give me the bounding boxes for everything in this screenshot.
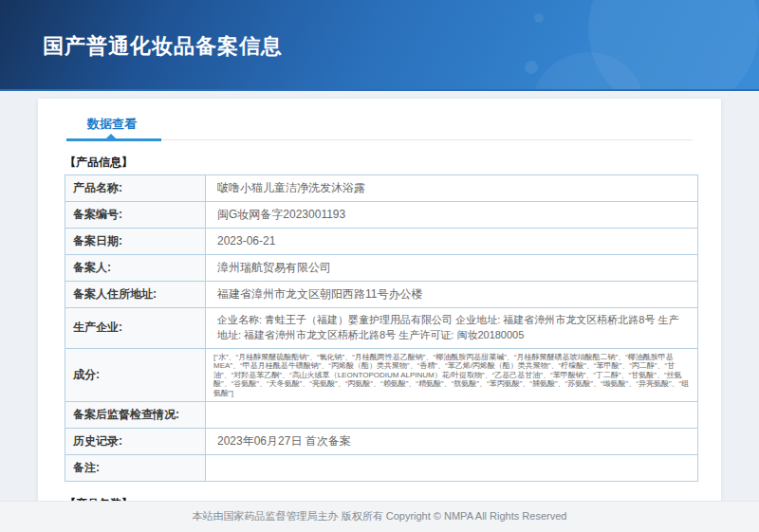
content-card: 数据查看 【产品信息】 产品名称: 啵噜小猫儿童洁净洗发沐浴露 备案编号: 闽G… [38, 99, 721, 532]
row-label: 备案人住所地址: [65, 282, 206, 308]
row-value: 2023年06月27日 首次备案 [206, 429, 698, 455]
row-label: 成分: [65, 348, 206, 401]
row-value: 啵噜小猫儿童洁净洗发沐浴露 [206, 175, 698, 202]
row-label: 生产企业: [65, 308, 206, 349]
product-info-table: 产品名称: 啵噜小猫儿童洁净洗发沐浴露 备案编号: 闽G妆网备字20230011… [65, 174, 698, 482]
table-row: 成分: [“水”、“月桂醇聚醚硫酸酯钠”、“氯化钠”、“月桂酰两性基乙酸钠”、“… [65, 348, 698, 401]
tab-active-caret [106, 134, 116, 138]
decorative-dot [534, 13, 544, 23]
tab-data-view[interactable]: 数据查看 [87, 116, 137, 133]
table-row: 历史记录: 2023年06月27日 首次备案 [65, 429, 698, 455]
row-label: 备案后监督检查情况: [65, 402, 206, 429]
table-row: 备案编号: 闽G妆网备字2023001193 [65, 202, 698, 229]
tab-bar: 数据查看 [66, 114, 693, 140]
page-footer: 本站由国家药品监督管理局主办 版权所有 Copyright © NMPA All… [0, 501, 759, 532]
table-row: 产品名称: 啵噜小猫儿童洁净洗发沐浴露 [65, 175, 698, 202]
row-value: 福建省漳州市龙文区朝阳西路11号办公楼 [206, 282, 698, 308]
row-label: 备案人: [65, 255, 206, 282]
page-header: 国产普通化妆品备案信息 [0, 0, 759, 91]
row-label: 备注: [65, 455, 206, 482]
row-label: 历史记录: [65, 429, 206, 455]
decorative-dot [525, 61, 538, 74]
table-row: 备案人: 漳州瑞航贸易有限公司 [65, 255, 698, 282]
table-row: 备案人住所地址: 福建省漳州市龙文区朝阳西路11号办公楼 [65, 282, 698, 308]
row-label: 备案编号: [65, 202, 206, 229]
row-label: 备案日期: [65, 229, 206, 255]
table-row: 生产企业: 企业名称: 青蛙王子（福建）婴童护理用品有限公司 企业地址: 福建省… [65, 308, 698, 349]
tab-active-underline [66, 138, 161, 141]
row-value [206, 402, 698, 429]
row-value [206, 455, 698, 482]
row-label: 产品名称: [65, 175, 206, 202]
table-row: 备案日期: 2023-06-21 [65, 229, 698, 255]
table-body: 产品名称: 啵噜小猫儿童洁净洗发沐浴露 备案编号: 闽G妆网备字20230011… [65, 175, 698, 482]
copyright-text: 本站由国家药品监督管理局主办 版权所有 Copyright © NMPA All… [193, 510, 567, 522]
table-row: 备案后监督检查情况: [65, 402, 698, 429]
table-row: 备注: [65, 455, 698, 482]
section-product-info: 【产品信息】 [65, 155, 694, 171]
row-value: 闽G妆网备字2023001193 [206, 202, 698, 229]
row-value: [“水”、“月桂醇聚醚硫酸酯钠”、“氯化钠”、“月桂酰两性基乙酸钠”、“椰油酰胺… [206, 348, 698, 401]
page-title: 国产普通化妆品备案信息 [43, 32, 283, 61]
row-value: 2023-06-21 [206, 229, 698, 255]
row-value: 企业名称: 青蛙王子（福建）婴童护理用品有限公司 企业地址: 福建省漳州市龙文区… [206, 308, 698, 349]
row-value: 漳州瑞航贸易有限公司 [206, 255, 698, 282]
